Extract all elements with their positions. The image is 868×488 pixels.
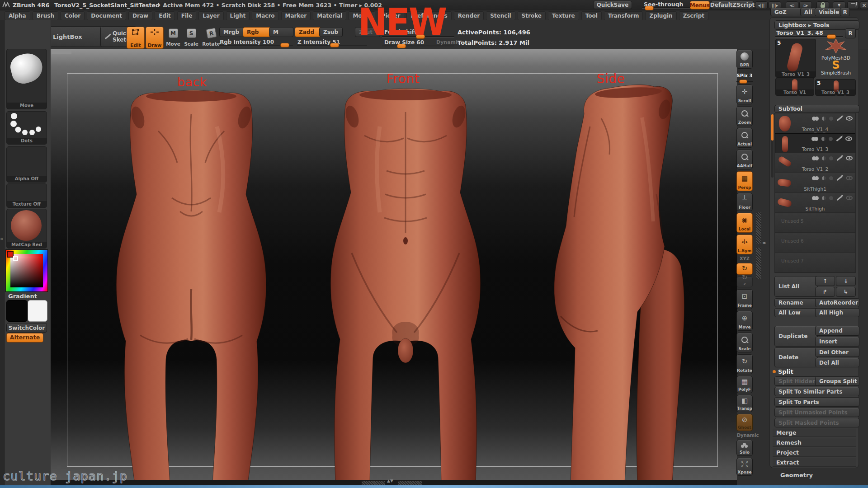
menu-stroke[interactable]: Stroke — [518, 11, 546, 20]
autoreorder-button[interactable]: AutoReorder — [815, 298, 859, 307]
draw-button[interactable]: Draw — [146, 27, 164, 49]
color-picker[interactable] — [5, 249, 48, 292]
alternate-button[interactable]: Alternate — [6, 333, 43, 343]
split-masked-points-button[interactable]: Split Masked Points — [774, 418, 859, 427]
menu-texture[interactable]: Texture — [548, 11, 579, 20]
bottom-scrollbar-left[interactable] — [362, 481, 385, 485]
subtool-move-up-button[interactable]: ↱ — [815, 287, 835, 297]
subtool-row-unused-7[interactable]: Unused 7 — [775, 253, 855, 272]
floor-button[interactable]: ┴Floor — [736, 193, 753, 211]
lightbox-button[interactable]: LightBox — [49, 26, 102, 47]
xpose-button[interactable]: ↖ ↗↙ ↘Xpose — [736, 458, 753, 476]
current-material-thumb[interactable]: MatCap Red Wax — [6, 209, 47, 249]
zadd-button[interactable]: Zadd — [295, 27, 322, 37]
tool-slider-handle[interactable] — [827, 34, 836, 39]
secondary-color-swatch[interactable] — [28, 300, 47, 322]
visibility-eye-icon[interactable] — [845, 136, 852, 141]
paint-toggle-icon[interactable] — [837, 156, 843, 161]
goz-button[interactable]: GoZ — [770, 8, 803, 16]
uv-toggle-icon[interactable] — [822, 176, 826, 180]
transp-button[interactable]: ◧Transp — [736, 395, 753, 412]
solo-button[interactable]: Solo — [736, 440, 753, 456]
m-button[interactable]: M — [269, 27, 293, 37]
subtool-up-button[interactable]: ↑ — [815, 276, 835, 286]
left-divider[interactable]: « — [0, 20, 5, 488]
mrgb-button[interactable]: Mrgb — [219, 27, 245, 37]
menu-material[interactable]: Material — [313, 11, 346, 20]
duplicate-button[interactable]: Duplicate — [774, 326, 818, 347]
visibility-eye-icon[interactable] — [846, 116, 853, 121]
menu-render[interactable]: Render — [454, 11, 484, 20]
menu-brush[interactable]: Brush — [33, 11, 58, 20]
split-to-parts-button[interactable]: Split To Parts — [774, 397, 859, 407]
divider-arrows-icon[interactable]: ◂▸ — [762, 240, 766, 245]
groups-split-button[interactable]: Groups Split — [815, 376, 859, 386]
section-remesh[interactable]: Remesh — [773, 438, 856, 447]
subtool-down-button[interactable]: ↓ — [836, 276, 856, 286]
subtool-row-sitthigh[interactable]: SitThigh — [775, 193, 855, 213]
collapse-left-tray-button[interactable]: ◂||| — [755, 1, 768, 9]
displacement-toggle-icon[interactable] — [829, 137, 833, 141]
tool-r-button[interactable]: R — [845, 28, 856, 38]
uv-toggle-icon[interactable] — [822, 156, 826, 160]
draw-size-slider[interactable] — [382, 46, 454, 47]
subtool-header[interactable]: SubTool — [774, 105, 859, 113]
zsub-button[interactable]: Zsub — [319, 27, 343, 37]
all-low-button[interactable]: All Low — [774, 308, 818, 317]
close-button[interactable]: × — [860, 1, 868, 9]
menu-color[interactable]: Color — [61, 11, 85, 20]
polyf-button[interactable]: ▦PolyF — [736, 376, 753, 393]
menu-draw[interactable]: Draw — [128, 11, 152, 20]
spinz-button[interactable]: ↻z — [736, 277, 753, 287]
main-color-swatch[interactable] — [6, 300, 28, 322]
section-project[interactable]: Project — [773, 448, 856, 457]
rgb-intensity-slider-handle[interactable] — [280, 43, 289, 47]
del-all-button[interactable]: Del All — [815, 358, 859, 367]
paint-toggle-icon[interactable] — [837, 176, 843, 181]
draw-size-slider-handle[interactable] — [397, 44, 406, 48]
recent-tool-thumb-2[interactable]: 5 Torso_V1_3 — [815, 79, 856, 96]
split-unmasked-points-button[interactable]: Split Unmasked Points — [774, 408, 859, 417]
right-divider-grip-bottom[interactable] — [756, 248, 761, 279]
append-button[interactable]: Append — [815, 326, 859, 336]
edit-button[interactable]: Edit — [127, 27, 145, 49]
polypaint-toggle-icon[interactable] — [812, 117, 819, 121]
rgb-button[interactable]: Rgb — [243, 27, 272, 37]
section-extract[interactable]: Extract — [773, 458, 856, 467]
del-other-button[interactable]: Del Other — [815, 347, 859, 357]
menu-stencil[interactable]: Stencil — [486, 11, 515, 20]
subtool-row-torso-v1-4[interactable]: Torso_V1_4 — [775, 113, 855, 133]
default-zscript-button[interactable]: DefaultZScript — [711, 1, 754, 9]
polypaint-toggle-icon[interactable] — [811, 137, 818, 141]
menu-layer[interactable]: Layer — [198, 11, 223, 20]
bottom-scrollbar-right[interactable] — [398, 481, 422, 485]
visible-button[interactable]: Visible — [815, 8, 843, 16]
displacement-toggle-icon[interactable] — [829, 176, 833, 180]
list-all-button[interactable]: List All — [774, 276, 818, 297]
subtool-move-down-button[interactable]: ↳ — [836, 287, 856, 297]
menu-document[interactable]: Document — [87, 11, 126, 20]
move-button[interactable]: M Move — [165, 27, 181, 47]
visibility-eye-icon[interactable] — [846, 156, 853, 160]
menu-edit[interactable]: Edit — [155, 11, 175, 20]
uv-toggle-icon[interactable] — [821, 137, 826, 141]
rotate-button[interactable]: ↻Rotate — [736, 354, 753, 374]
current-tool-thumb[interactable]: 5 Torso_V1_3 — [775, 39, 816, 78]
polypaint-toggle-icon[interactable] — [812, 156, 819, 160]
see-through-slider-handle[interactable] — [645, 6, 654, 10]
scale-button[interactable]: Scale — [736, 333, 753, 352]
persp-button[interactable]: ▦Persp — [736, 171, 753, 191]
insert-button[interactable]: Insert — [815, 337, 859, 347]
spix-slider[interactable]: SPix 3 — [736, 70, 753, 83]
bpr-button[interactable]: BPR — [736, 50, 753, 69]
subtool-row-sitthigh1[interactable]: SitThigh1 — [775, 173, 855, 193]
xyz-button[interactable]: XYZ — [737, 256, 752, 261]
frame-button[interactable]: ⊡Frame — [736, 289, 753, 309]
polypaint-toggle-icon[interactable] — [812, 196, 819, 200]
document-canvas[interactable]: back Front Side — [51, 49, 737, 480]
subtool-row-torso-v1-2[interactable]: Torso_V1_2 — [775, 153, 855, 173]
paint-toggle-icon[interactable] — [836, 136, 842, 141]
delete-button[interactable]: Delete — [774, 347, 818, 367]
zoom-button[interactable]: Zoom — [736, 106, 753, 126]
scale-button[interactable]: S Scale — [184, 27, 199, 47]
